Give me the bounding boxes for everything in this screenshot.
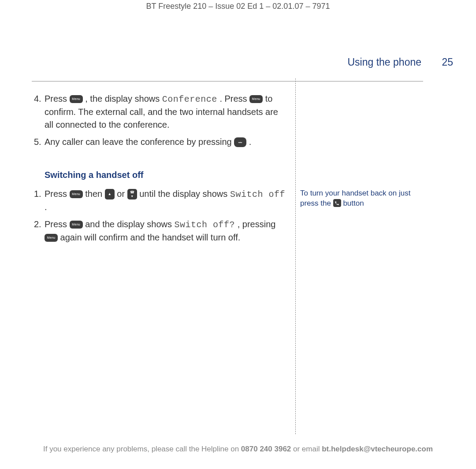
subsection-heading: Switching a handset off (34, 169, 285, 181)
hangup-key-icon (234, 137, 246, 147)
horizontal-rule (32, 81, 423, 81)
down-key-icon (127, 189, 137, 199)
display-text: Switch off? (175, 220, 235, 230)
text-fragment: button (343, 199, 364, 207)
document-header-text: BT Freestyle 210 – Issue 02 Ed 1 – 02.01… (146, 2, 330, 11)
text-fragment: . (249, 137, 252, 147)
step-number: 4. (34, 92, 45, 131)
menu-key-icon: Menu (249, 95, 263, 103)
text-fragment: Press (45, 189, 70, 199)
section-header: Using the phone 25 (348, 56, 454, 68)
main-column: 4. Press Menu , the display shows Confer… (32, 92, 285, 248)
page-number: 25 (442, 56, 453, 68)
instruction-step: 2. Press Menu and the display shows Swit… (34, 218, 285, 244)
text-fragment: then (85, 189, 104, 199)
helpline-phone: 0870 240 3962 (241, 445, 291, 453)
side-column: To turn your handset back on just press … (285, 92, 423, 248)
menu-key-icon: Menu (70, 190, 83, 198)
side-note: To turn your handset back on just press … (300, 188, 423, 209)
text-fragment: or (117, 189, 127, 199)
display-text: Conference (162, 94, 217, 104)
text-fragment: . (45, 202, 47, 212)
manual-page: BT Freestyle 210 – Issue 02 Ed 1 – 02.01… (0, 0, 476, 469)
step-number: 5. (34, 136, 45, 148)
up-key-icon (105, 189, 115, 199)
step-text: Press Menu then or until the display sho… (45, 188, 285, 214)
text-fragment: , the display shows (85, 94, 162, 103)
page-footer: If you experience any problems, please c… (0, 445, 476, 454)
text-fragment: and the display shows (85, 219, 174, 229)
text-fragment: again will confirm and the handset will … (60, 233, 241, 242)
instruction-step: 1. Press Menu then or until the display … (34, 188, 285, 214)
step-number: 2. (34, 218, 45, 244)
menu-key-icon: Menu (70, 221, 83, 229)
footer-text: or email (293, 445, 322, 453)
document-header: BT Freestyle 210 – Issue 02 Ed 1 – 02.01… (0, 0, 476, 11)
text-fragment: Press (45, 94, 70, 103)
call-key-icon (333, 199, 341, 207)
text-fragment: Press (45, 219, 70, 229)
display-text: Switch off (230, 189, 285, 199)
instruction-step: 4. Press Menu , the display shows Confer… (34, 92, 285, 131)
text-fragment: until the display shows (139, 189, 230, 199)
menu-key-icon: Menu (45, 234, 58, 242)
text-fragment: , pressing (238, 219, 276, 229)
content-area: 4. Press Menu , the display shows Confer… (32, 92, 423, 248)
section-title: Using the phone (348, 56, 422, 68)
step-text: Press Menu , the display shows Conferenc… (45, 92, 285, 131)
instruction-step: 5. Any caller can leave the conference b… (34, 136, 285, 148)
footer-text: If you experience any problems, please c… (43, 445, 241, 453)
step-text: Press Menu and the display shows Switch … (45, 218, 285, 244)
helpline-email: bt.helpdesk@vtecheurope.com (322, 445, 433, 453)
step-number: 1. (34, 188, 45, 214)
text-fragment: . Press (219, 94, 249, 103)
menu-key-icon: Menu (70, 95, 83, 103)
text-fragment: Any caller can leave the conference by p… (45, 137, 234, 147)
step-text: Any caller can leave the conference by p… (45, 136, 285, 148)
